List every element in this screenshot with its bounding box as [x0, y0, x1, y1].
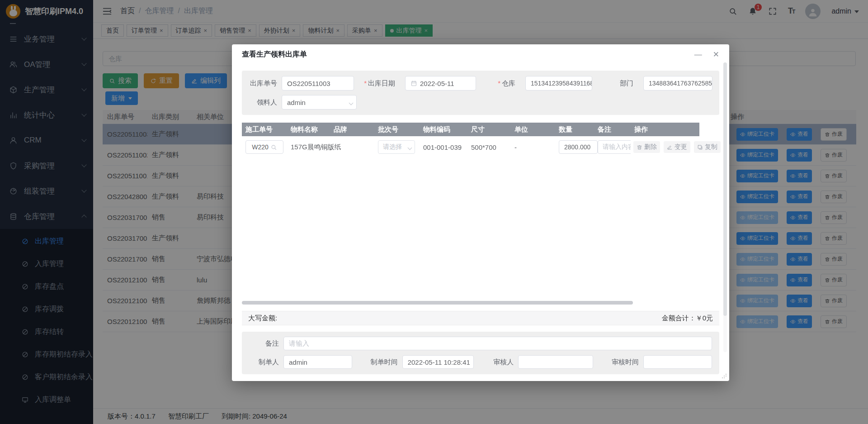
trash-icon [637, 144, 642, 150]
close-icon[interactable] [713, 51, 719, 58]
vertical-scrollbar[interactable] [723, 62, 727, 352]
quantity-input[interactable]: 2800.000 [559, 140, 598, 154]
picker-label: 领料人 [242, 98, 282, 107]
chevron-down-icon [408, 146, 412, 150]
material-code: 001-001-039 [420, 143, 467, 151]
col-code: 物料编码 [420, 125, 467, 134]
scrollbar-thumb[interactable] [723, 62, 727, 316]
material-name: 157G晨鸣铜版纸 [287, 143, 330, 152]
audit-time-label: 审核时间 [604, 358, 643, 367]
dialog-title: 查看生产领料出库单 [242, 50, 307, 59]
dept-label: 部门 [592, 79, 638, 88]
calendar-icon [410, 80, 417, 87]
copy-line-button[interactable]: 复制 [694, 141, 721, 153]
search-icon [270, 144, 277, 151]
material-lines-table: 施工单号 物料名称 品牌 批次号 物料编码 尺寸 单位 数量 备注 操作 W22… [242, 123, 719, 305]
minimize-icon[interactable] [694, 51, 702, 58]
edit-icon [667, 144, 673, 150]
resize-handle[interactable] [722, 373, 727, 379]
remark-input[interactable]: 请输入 [283, 337, 712, 350]
copy-icon [697, 144, 703, 150]
warehouse-label: 仓库 [476, 79, 520, 88]
sticky-actions-column: 删除 变更 复制 [631, 136, 708, 299]
date-field[interactable]: 2022-05-11 [405, 76, 476, 91]
order-info-panel: 出库单号 OS220511003 出库日期 2022-05-11 仓库 1513… [242, 71, 719, 115]
audit-time-field[interactable] [643, 355, 712, 369]
col-size: 尺寸 [467, 125, 511, 134]
col-brand: 品牌 [330, 125, 374, 134]
make-time-field[interactable]: 2022-05-11 10:28:41 [402, 355, 474, 369]
order-no-field[interactable]: OS220511003 [282, 76, 354, 91]
date-label: 出库日期 [363, 79, 400, 88]
batch-select[interactable]: 请选择 [378, 140, 415, 154]
total-amount: 金额合计：￥0元 [662, 314, 713, 323]
warehouse-select[interactable]: 151341239584391168 [525, 76, 592, 91]
auditor-label: 审核人 [484, 358, 518, 367]
lines-header-row: 施工单号 物料名称 品牌 批次号 物料编码 尺寸 单位 数量 备注 操作 [242, 123, 699, 136]
change-line-button[interactable]: 变更 [664, 141, 690, 153]
size-cell: 500*700 [467, 143, 511, 151]
col-qty: 数量 [555, 125, 594, 134]
auditor-field[interactable] [518, 355, 593, 369]
footer-info-panel: 备注 请输入 制单人 admin 制单时间 2022-05-11 10:28:4… [242, 332, 719, 374]
make-time-label: 制单时间 [363, 358, 402, 367]
caps-amount-label: 大写金额: [248, 314, 277, 323]
dialog-header[interactable]: 查看生产领料出库单 [232, 44, 729, 62]
col-material: 物料名称 [287, 125, 330, 134]
maker-field[interactable]: admin [283, 355, 352, 369]
col-unit: 单位 [511, 125, 555, 134]
col-batch: 批次号 [374, 125, 420, 134]
remark-label: 备注 [249, 339, 283, 348]
col-remark: 备注 [594, 125, 631, 134]
dept-select[interactable]: 134883641763762585 [643, 76, 712, 91]
col-actions: 操作 [631, 125, 699, 134]
col-work-no: 施工单号 [242, 125, 287, 134]
order-no-label: 出库单号 [242, 79, 282, 88]
view-outbound-order-dialog: 查看生产领料出库单 出库单号 OS220511003 出库日期 2022-05-… [232, 44, 729, 381]
horizontal-scrollbar[interactable] [242, 301, 633, 305]
maker-label: 制单人 [249, 358, 283, 367]
delete-line-button[interactable]: 删除 [633, 141, 660, 153]
picker-select[interactable]: admin [282, 95, 357, 110]
chevron-down-icon [349, 101, 354, 105]
work-no-input[interactable]: W220 [245, 140, 283, 154]
amount-summary-bar: 大写金额: 金额合计：￥0元 [242, 311, 719, 325]
unit-cell: - [511, 143, 555, 151]
